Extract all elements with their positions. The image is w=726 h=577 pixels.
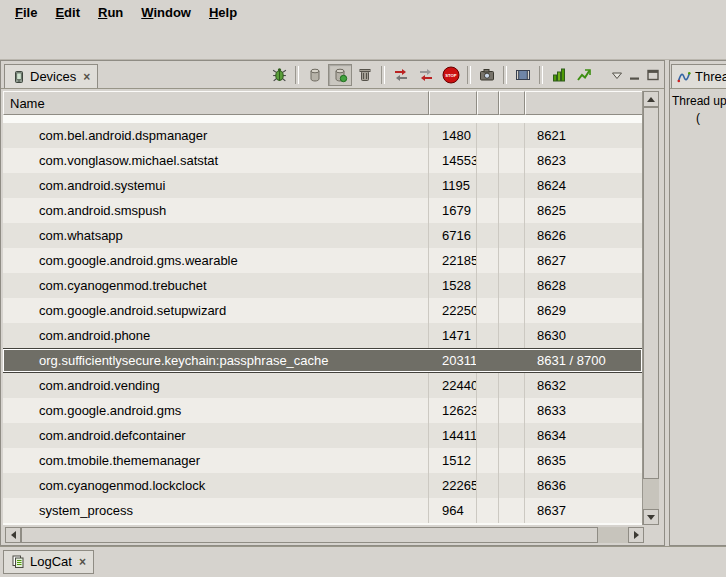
stop-threads-button[interactable]	[414, 64, 438, 86]
row-pid: 14411	[429, 423, 477, 448]
table-row[interactable]: com.cyanogenmod.trebuchet 1528 8628	[3, 273, 642, 298]
column-header-pid[interactable]	[429, 91, 477, 115]
menu-help[interactable]: Help	[200, 2, 246, 24]
row-port: 8625	[525, 198, 642, 223]
toolbar-separator	[467, 66, 471, 84]
devices-panel: Devices × STOP Name c	[0, 60, 665, 546]
scroll-down-button[interactable]	[643, 509, 659, 525]
row-pid: 22440	[429, 373, 477, 398]
table-row[interactable]: org.sufficientlysecure.keychain:passphra…	[3, 348, 642, 373]
column-header-2[interactable]	[477, 91, 499, 115]
row-empty-cell	[477, 498, 499, 523]
row-empty-cell	[499, 423, 525, 448]
toolbar-separator	[381, 66, 385, 84]
row-empty-cell	[499, 298, 525, 323]
row-port: 8621	[525, 123, 642, 148]
table-row[interactable]: system_process 964 8637	[3, 498, 642, 523]
method-profiling-button[interactable]	[572, 64, 596, 86]
table-row[interactable]: com.cyanogenmod.lockclock 22265 8636	[3, 473, 642, 498]
row-empty-cell	[499, 123, 525, 148]
row-empty-cell	[499, 248, 525, 273]
update-heap-button[interactable]	[303, 64, 327, 86]
close-icon[interactable]: ×	[79, 556, 86, 568]
scroll-up-button[interactable]	[643, 91, 659, 107]
svg-text:STOP: STOP	[445, 73, 457, 78]
dump-hprof-button[interactable]	[328, 64, 352, 86]
stop-process-button[interactable]: STOP	[439, 64, 463, 86]
debug-process-button[interactable]	[267, 64, 291, 86]
vertical-scrollbar-track[interactable]	[643, 479, 659, 509]
scroll-left-button[interactable]	[5, 527, 21, 543]
menu-window[interactable]: Window	[132, 2, 200, 24]
bottom-bar: LogCat ×	[0, 546, 726, 576]
row-empty-cell	[499, 223, 525, 248]
row-name: com.android.smspush	[3, 198, 429, 223]
scroll-right-button[interactable]	[628, 527, 644, 543]
ddms-window: FileEditRunWindowHelp Devices × STOP Nam…	[0, 0, 726, 577]
screen-capture-button[interactable]	[475, 64, 499, 86]
menu-edit[interactable]: Edit	[46, 2, 89, 24]
row-port: 8635	[525, 448, 642, 473]
row-pid: 1528	[429, 273, 477, 298]
row-port: 8623	[525, 148, 642, 173]
row-empty-cell	[477, 373, 499, 398]
row-empty-cell	[499, 498, 525, 523]
row-port: 8629	[525, 298, 642, 323]
table-row[interactable]: com.vonglasow.michael.satstat 14553 8623	[3, 148, 642, 173]
row-empty-cell	[477, 248, 499, 273]
table-row[interactable]: com.whatsapp 6716 8626	[3, 223, 642, 248]
table-row[interactable]: com.google.android.gms 12623 8633	[3, 398, 642, 423]
row-name: com.cyanogenmod.lockclock	[3, 473, 429, 498]
horizontal-scrollbar-thumb[interactable]	[21, 527, 598, 543]
row-name: com.bel.android.dspmanager	[3, 123, 429, 148]
row-pid: 14553	[429, 148, 477, 173]
logcat-icon	[11, 555, 26, 569]
screen-record-button[interactable]	[511, 64, 535, 86]
row-pid: 12623	[429, 398, 477, 423]
system-info-button[interactable]	[547, 64, 571, 86]
update-threads-button[interactable]	[389, 64, 413, 86]
row-port: 8630	[525, 323, 642, 348]
row-port: 8624	[525, 173, 642, 198]
tab-threads-label: Threads	[695, 69, 726, 84]
row-empty-cell	[477, 448, 499, 473]
row-name: com.android.phone	[3, 323, 429, 348]
row-name: com.google.android.gms.wearable	[3, 248, 429, 273]
view-menu-button[interactable]	[608, 66, 625, 83]
row-port: 8633	[525, 398, 642, 423]
row-pid: 1480	[429, 123, 477, 148]
row-name: com.google.android.setupwizard	[3, 298, 429, 323]
table-row[interactable]: com.android.defcontainer 14411 8634	[3, 423, 642, 448]
row-port: 8627	[525, 248, 642, 273]
table-row[interactable]: com.android.smspush 1679 8625	[3, 198, 642, 223]
horizontal-scrollbar-track[interactable]	[598, 527, 628, 543]
table-row[interactable]: com.bel.android.dspmanager 1480 8621	[3, 123, 642, 148]
table-row[interactable]: com.tmobile.thememanager 1512 8635	[3, 448, 642, 473]
maximize-button[interactable]	[644, 66, 661, 83]
minimize-button[interactable]	[626, 66, 643, 83]
table-row[interactable]: com.android.phone 1471 8630	[3, 323, 642, 348]
table-row[interactable]: com.android.systemui 1195 8624	[3, 173, 642, 198]
row-port: 8637	[525, 498, 642, 523]
table-row[interactable]: com.google.android.setupwizard 22250 862…	[3, 298, 642, 323]
column-header-port[interactable]	[525, 91, 642, 115]
row-empty-cell	[477, 398, 499, 423]
column-header-3[interactable]	[499, 91, 525, 115]
close-icon[interactable]: ×	[83, 71, 90, 83]
vertical-scrollbar-thumb[interactable]	[643, 107, 659, 479]
table-row[interactable]: com.google.android.gms.wearable 22185 86…	[3, 248, 642, 273]
tab-devices[interactable]: Devices ×	[4, 64, 98, 88]
vertical-scrollbar[interactable]	[642, 91, 659, 525]
table-row[interactable]: com.android.vending 22440 8632	[3, 373, 642, 398]
row-empty-cell	[477, 198, 499, 223]
row-empty-cell	[477, 349, 499, 372]
menu-file[interactable]: File	[6, 2, 46, 24]
row-empty-cell	[499, 148, 525, 173]
tab-logcat[interactable]: LogCat ×	[3, 550, 94, 574]
tab-threads[interactable]: Threads	[671, 64, 726, 88]
column-header-name[interactable]: Name	[3, 91, 429, 115]
horizontal-scrollbar[interactable]	[5, 527, 644, 543]
row-empty-cell	[477, 148, 499, 173]
menu-run[interactable]: Run	[89, 2, 132, 24]
cause-gc-button[interactable]	[353, 64, 377, 86]
